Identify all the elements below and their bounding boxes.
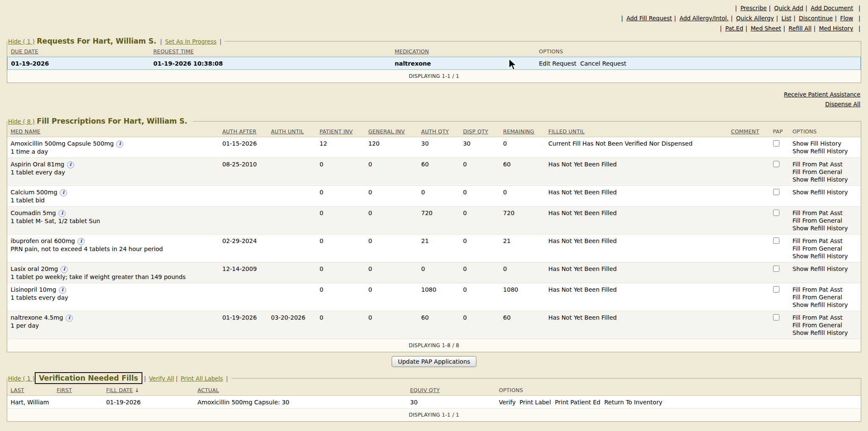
col-last-link[interactable]: LAST [11,387,24,393]
fill-from-general-link[interactable]: Fill From General [793,245,857,252]
fill-from-pat-asst-link[interactable]: Fill From Pat Asst [793,237,857,245]
nav-link-med-history[interactable]: Med History [819,25,853,32]
print-all-labels-link[interactable]: Print All Labels [181,375,223,382]
pap-checkbox[interactable] [773,189,779,195]
nav-link-pat-ed[interactable]: Pat.Ed [725,25,743,32]
filled-until-cell: Has Not Yet Been Filled [545,207,728,235]
col-med-name-link[interactable]: MED NAME [11,128,40,135]
hide-verification-link[interactable]: Hide ( 1 ) [8,375,35,382]
dispense-all-link[interactable]: Dispense All [8,99,860,109]
filled-until-cell: Has Not Yet Been Filled [545,186,728,207]
show-refill-history-link[interactable]: Show Refill History [793,147,857,155]
update-pap-applications-button[interactable]: Update PAP Applications [392,356,477,367]
nav-link-flow[interactable]: Flow [840,15,853,22]
col-auth-after-link[interactable]: AUTH AFTER [222,128,256,135]
col-general-inv-link[interactable]: GENERAL INV [368,128,405,135]
show-refill-history-link[interactable]: Show Refill History [793,329,857,337]
med-name-cell: Amoxicillin 500mg Capsule 500mgi 1 time … [7,137,219,158]
col-request-options: OPTIONS [536,45,861,57]
col-actual-link[interactable]: ACTUAL [198,387,219,393]
col-first-link[interactable]: FIRST [57,387,72,393]
show-refill-history-link[interactable]: Show Refill History [793,188,857,196]
show-refill-history-link[interactable]: Show Refill History [793,224,857,232]
info-icon[interactable]: i [59,287,66,294]
fill-from-pat-asst-link[interactable]: Fill From Pat Asst [793,314,857,321]
fill-from-general-link[interactable]: Fill From General [793,293,857,301]
fill-row: naltrexone 4.5mgi 1 per day 01-19-2026 0… [7,311,861,339]
info-icon[interactable]: i [60,189,67,196]
hide-fill-link[interactable]: Hide ( 8 ) [8,118,35,125]
pap-checkbox[interactable] [773,210,779,216]
show-refill-history-link[interactable]: Show Refill History [793,252,857,260]
cancel-request-link[interactable]: Cancel Request [580,60,626,67]
col-comment: COMMENT [728,125,770,137]
fill-from-pat-asst-link[interactable]: Fill From Pat Asst [793,209,857,217]
col-filled-until-link[interactable]: FILLED UNTIL [548,128,585,135]
pap-checkbox[interactable] [773,314,779,320]
fill-from-pat-asst-link[interactable]: Fill From Pat Asst [793,160,857,168]
verification-options-cell: VerifyPrint LabelPrint Patient EdReturn … [495,396,861,409]
info-icon[interactable]: i [67,161,74,169]
col-disp-qty-link[interactable]: DISP QTY [463,128,488,135]
col-patient-inv-link[interactable]: PATIENT INV [320,128,353,135]
show-fill-history-link[interactable]: Show Fill History [793,140,857,147]
nav-link-list[interactable]: List [782,15,792,22]
filled-until-cell: Has Not Yet Been Filled [545,283,728,311]
fill-displaying-count: DISPLAYING 1-8 / 8 [7,339,861,352]
col-pap-label: PAP [773,128,782,135]
hide-requests-link[interactable]: Hide ( 1 ) [8,38,35,45]
nav-link-discontinue[interactable]: Discontinue [799,15,833,22]
print-label-link[interactable]: Print Label [520,399,551,406]
auth-qty-cell: 30 [418,137,460,158]
info-icon[interactable]: i [61,266,68,273]
col-comment-link[interactable]: COMMENT [731,128,759,135]
receive-patient-assistance-link[interactable]: Receive Patient Assistance [8,90,860,99]
nav-link-add-document[interactable]: Add Document [811,5,853,11]
set-as-in-progress-link[interactable]: Set As In Progress [165,38,216,45]
pap-checkbox[interactable] [773,140,779,146]
nav-link-quick-add[interactable]: Quick Add [774,5,804,11]
info-icon[interactable]: i [58,210,66,217]
nav-link-quick-allergy[interactable]: Quick Allergy [736,15,774,22]
disp-qty-cell: 0 [459,262,500,283]
show-refill-history-link[interactable]: Show Refill History [793,265,857,273]
med-sig: 1 tablet M- Sat, 1/2 tablet Sun [11,217,215,225]
col-remaining-link[interactable]: REMAINING [503,128,534,135]
nav-link-refill-all[interactable]: Refill All [789,25,812,32]
pap-checkbox[interactable] [773,161,779,167]
col-request-time-link[interactable]: REQUEST TIME [153,48,194,55]
col-auth-qty-link[interactable]: AUTH QTY [421,128,449,135]
fill-from-general-link[interactable]: Fill From General [793,217,857,224]
pap-checkbox[interactable] [773,286,779,293]
verify-link[interactable]: Verify [499,399,516,406]
info-icon[interactable]: i [116,141,123,148]
return-to-inventory-link[interactable]: Return To Inventory [604,399,662,406]
fill-from-general-link[interactable]: Fill From General [793,321,857,329]
pap-checkbox[interactable] [773,265,779,272]
show-refill-history-link[interactable]: Show Refill History [793,301,857,309]
col-equiv-qty-link[interactable]: EQUIV QTY [410,387,440,393]
request-row[interactable]: 01-19-2026 01-19-2026 10:38:08 naltrexon… [8,57,861,70]
nav-link-prescribe[interactable]: Prescribe [740,5,767,11]
pap-checkbox[interactable] [773,238,779,244]
sort-descending-icon[interactable]: ↓ [133,387,139,393]
info-icon[interactable]: i [78,238,85,245]
info-icon[interactable]: i [66,315,73,322]
col-auth-until-link[interactable]: AUTH UNTIL [271,128,304,135]
col-actual: ACTUAL [194,384,406,396]
med-name: Lasix oral 20mg [11,265,58,272]
fill-from-pat-asst-link[interactable]: Fill From Pat Asst [793,286,857,293]
verify-all-link[interactable]: Verify All [149,375,174,382]
nav-link-med-sheet[interactable]: Med Sheet [751,25,781,32]
nav-link-add-allergy-intol[interactable]: Add Allergy/Intol. [679,15,729,22]
col-medication-link[interactable]: MEDICATION [395,48,429,55]
show-refill-history-link[interactable]: Show Refill History [793,176,857,183]
col-disp-qty: DISP QTY [459,125,500,137]
edit-request-link[interactable]: Edit Request [539,60,576,67]
col-fill-date-link[interactable]: FILL DATE [106,387,133,393]
nav-link-add-fill-request[interactable]: Add Fill Request [626,15,672,22]
col-due-date-link[interactable]: DUE DATE [11,48,39,55]
fill-options-cell: Fill From Pat Asst Fill From General Sho… [789,283,861,311]
fill-from-general-link[interactable]: Fill From General [793,168,857,176]
print-patient-ed-link[interactable]: Print Patient Ed [555,399,601,406]
